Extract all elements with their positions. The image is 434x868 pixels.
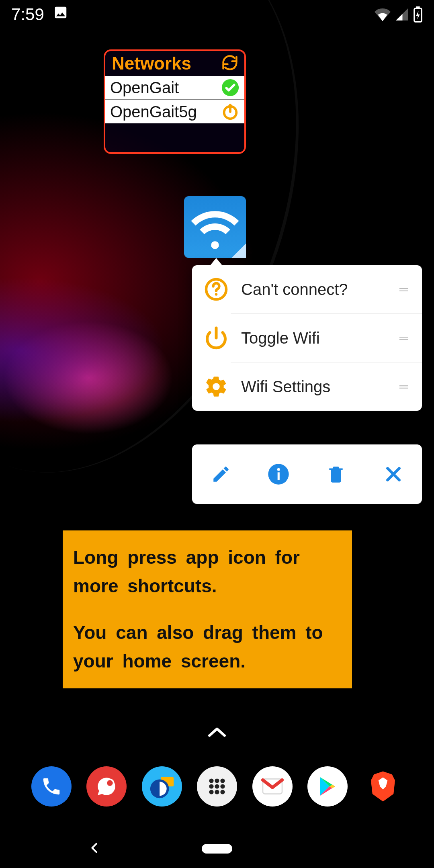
- wifi-icon: [189, 201, 241, 253]
- messages-app[interactable]: [86, 766, 127, 807]
- status-bar: 7:59: [0, 0, 434, 29]
- info-button[interactable]: [264, 460, 293, 489]
- settings-icon: [192, 375, 231, 399]
- image-icon: [53, 5, 68, 24]
- gmail-icon: [260, 774, 285, 799]
- shortcut-label: Wifi Settings: [241, 378, 389, 396]
- chevron-left-icon: [88, 841, 101, 854]
- help-icon: [202, 277, 231, 301]
- network-ssid: OpenGait5g: [110, 103, 197, 121]
- edit-icon: [211, 464, 231, 484]
- tip-text-2: You can also drag them to your home scre…: [73, 618, 342, 676]
- play-icon: [316, 775, 339, 798]
- shortcut-item-toggle[interactable]: Toggle Wifi ═: [231, 313, 422, 362]
- network-ssid: OpenGait: [110, 79, 179, 97]
- drag-handle-icon[interactable]: ═: [399, 380, 412, 393]
- nav-home-pill[interactable]: [202, 844, 232, 854]
- wifi-icon: [375, 6, 391, 23]
- brave-app[interactable]: [363, 766, 403, 807]
- phone-icon: [41, 776, 62, 797]
- popup-pointer: [209, 258, 223, 267]
- edit-button[interactable]: [207, 460, 235, 489]
- network-row[interactable]: OpenGait5g: [105, 99, 244, 123]
- svg-point-17: [209, 778, 213, 783]
- swipe-icon: [148, 772, 176, 800]
- chevron-up-icon[interactable]: [207, 725, 227, 741]
- shortcut-item-help[interactable]: Can't connect? ═: [192, 265, 422, 313]
- action-bar: [192, 444, 422, 504]
- delete-icon: [326, 464, 346, 484]
- refresh-icon[interactable]: [221, 54, 239, 73]
- battery-charging-icon: [413, 6, 423, 23]
- svg-point-6: [215, 293, 218, 296]
- svg-point-14: [107, 780, 113, 786]
- power-icon: [192, 326, 231, 350]
- svg-point-24: [215, 790, 219, 794]
- delete-button[interactable]: [321, 460, 350, 489]
- chat-icon: [95, 775, 118, 798]
- swipe-app[interactable]: [142, 766, 182, 807]
- nav-back-button[interactable]: [88, 841, 101, 856]
- signal-icon: [395, 7, 409, 22]
- networks-title: Networks: [112, 53, 191, 74]
- gmail-app[interactable]: [252, 766, 293, 807]
- svg-point-10: [277, 468, 280, 471]
- svg-point-25: [220, 790, 225, 794]
- shortcut-popup: Can't connect? ═ Toggle Wifi ═ Wifi Sett…: [192, 265, 422, 411]
- networks-widget[interactable]: Networks OpenGait OpenGait5g: [104, 49, 246, 154]
- brave-icon: [365, 768, 401, 805]
- phone-app[interactable]: [31, 766, 72, 807]
- svg-point-23: [209, 790, 213, 794]
- app-drawer[interactable]: [197, 766, 237, 807]
- svg-point-19: [220, 778, 225, 783]
- shortcut-item-settings[interactable]: Wifi Settings ═: [231, 362, 422, 411]
- network-row[interactable]: OpenGait: [105, 76, 244, 99]
- tip-text-1: Long press app icon for more shortcuts.: [73, 543, 342, 601]
- svg-rect-9: [277, 472, 279, 480]
- play-store-app[interactable]: [307, 766, 348, 807]
- nav-bar: [0, 829, 434, 868]
- svg-point-20: [209, 784, 213, 788]
- svg-point-22: [220, 784, 225, 788]
- drag-handle-icon[interactable]: ═: [399, 331, 412, 345]
- dock: [0, 756, 434, 817]
- power-icon: [221, 102, 240, 121]
- svg-rect-1: [416, 6, 420, 8]
- close-icon: [383, 464, 403, 484]
- svg-point-18: [215, 778, 219, 783]
- shortcut-label: Toggle Wifi: [241, 329, 389, 347]
- tip-box: Long press app icon for more shortcuts. …: [63, 530, 352, 688]
- close-button[interactable]: [379, 460, 408, 489]
- shortcut-label: Can't connect?: [241, 280, 389, 299]
- svg-point-21: [215, 784, 219, 788]
- grid-icon: [206, 775, 228, 798]
- connected-icon: [221, 78, 240, 97]
- wifi-app-icon[interactable]: [184, 196, 246, 258]
- info-icon: [267, 463, 290, 485]
- status-time: 7:59: [11, 5, 44, 24]
- drag-handle-icon[interactable]: ═: [399, 283, 412, 296]
